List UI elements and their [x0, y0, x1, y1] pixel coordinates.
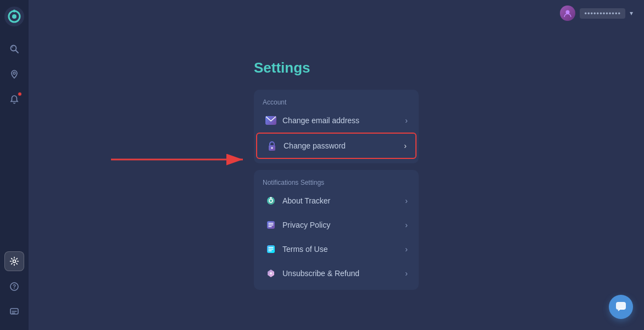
change-email-label: Change email address: [282, 116, 405, 125]
sidebar-item-messages[interactable]: [4, 302, 24, 322]
sidebar-item-help[interactable]: ?: [4, 277, 24, 296]
notifications-card: Notifications Settings: [254, 170, 419, 290]
unsubscribe-refund-item[interactable]: Unsubscribe & Refund ›: [256, 261, 417, 285]
topbar: •••••••••••• ▾: [29, 0, 644, 26]
svg-point-15: [271, 147, 273, 149]
notifications-section-label: Notifications Settings: [254, 174, 419, 189]
tracker-icon: [265, 195, 277, 207]
account-section-label: Account: [254, 94, 419, 108]
chat-bubble-button[interactable]: [609, 295, 633, 319]
lock-icon: [266, 140, 278, 152]
chevron-right-icon: ›: [404, 141, 407, 150]
username-label: ••••••••••••: [580, 8, 625, 19]
chevron-right-icon: ›: [405, 245, 408, 254]
change-email-item[interactable]: Change email address ›: [256, 108, 417, 133]
email-icon: [265, 114, 277, 127]
app-logo[interactable]: [4, 7, 24, 26]
privacy-policy-item[interactable]: Privacy Policy ›: [256, 213, 417, 237]
svg-rect-24: [616, 302, 626, 310]
sidebar-item-settings[interactable]: [4, 251, 24, 271]
refund-icon: [265, 267, 277, 279]
svg-point-22: [270, 272, 272, 274]
chevron-right-icon: ›: [405, 269, 408, 278]
svg-line-5: [16, 51, 19, 53]
change-password-item[interactable]: Change password ›: [256, 133, 417, 159]
account-card: Account Change email: [254, 90, 419, 163]
svg-point-18: [270, 197, 272, 199]
change-password-label: Change password: [284, 141, 404, 150]
svg-point-8: [13, 260, 16, 263]
svg-point-6: [12, 46, 13, 48]
chevron-down-icon: ▾: [630, 9, 633, 17]
about-tracker-item[interactable]: About Tracker ›: [256, 189, 417, 213]
svg-point-7: [13, 72, 15, 74]
terms-of-use-label: Terms of Use: [282, 245, 405, 254]
about-tracker-label: About Tracker: [282, 196, 405, 205]
chevron-right-icon: ›: [405, 116, 408, 125]
page-title: Settings: [254, 59, 310, 76]
avatar: [560, 6, 575, 21]
privacy-policy-label: Privacy Policy: [282, 221, 405, 229]
sidebar-item-alerts[interactable]: [4, 90, 24, 109]
sidebar-item-location[interactable]: [4, 64, 24, 84]
chevron-right-icon: ›: [405, 221, 408, 229]
unsubscribe-refund-label: Unsubscribe & Refund: [282, 269, 405, 278]
sidebar-item-search[interactable]: [4, 39, 24, 59]
sidebar: ?: [0, 0, 29, 330]
chat-icon: [615, 301, 627, 313]
svg-point-2: [12, 14, 16, 19]
settings-content: Settings Account: [29, 26, 644, 330]
main-content: •••••••••••• ▾ Settings Account: [29, 0, 644, 330]
chevron-right-icon: ›: [405, 196, 408, 205]
terms-of-use-item[interactable]: Terms of Use ›: [256, 237, 417, 261]
svg-text:?: ?: [13, 284, 16, 290]
user-menu[interactable]: •••••••••••• ▾: [560, 6, 633, 21]
svg-point-3: [13, 10, 16, 13]
privacy-icon: [265, 219, 277, 231]
terms-icon: [265, 243, 277, 255]
